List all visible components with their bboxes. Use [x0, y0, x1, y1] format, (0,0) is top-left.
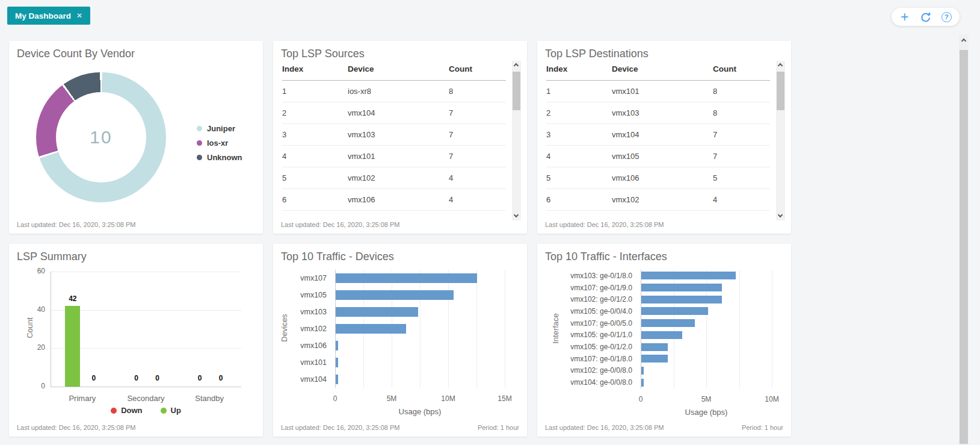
- gridline: [420, 270, 421, 388]
- y-tick-label: 60: [9, 267, 45, 275]
- help-button[interactable]: ?: [938, 9, 954, 25]
- column-header-count: Count: [713, 61, 770, 81]
- last-updated-text: Last updated: Dec 16, 2020, 3:25:08 PM: [17, 424, 136, 431]
- traffic-devices-bar-chart[interactable]: vmx107vmx105vmx103vmx102vmx106vmx101vmx1…: [273, 244, 527, 437]
- panel-top-lsp-destinations: Top LSP Destinations Index Device Count …: [537, 41, 791, 234]
- scroll-down-icon[interactable]: [514, 214, 519, 219]
- vendor-donut-chart[interactable]: 10: [36, 72, 166, 202]
- gridline: [772, 270, 772, 388]
- bar: [336, 273, 477, 283]
- scroll-up-icon[interactable]: [962, 38, 966, 42]
- x-axis-label: Usage (bps): [670, 408, 742, 417]
- y-category-label: vmx103: ge-0/1/8.0: [542, 272, 632, 280]
- y-axis-label: Devices: [280, 304, 289, 352]
- table-row: 6vmx1064: [282, 189, 506, 211]
- table-row: 5vmx1065: [546, 167, 770, 189]
- table-cell: vmx101: [612, 81, 713, 102]
- table-header-row: Index Device Count: [546, 61, 770, 81]
- table-row: 2vmx1047: [282, 102, 506, 124]
- table-scrollbar[interactable]: [512, 61, 521, 220]
- x-category-label: Primary: [52, 394, 112, 403]
- table-cell: ios-xr8: [348, 81, 449, 102]
- table-cell: vmx104: [612, 124, 713, 146]
- legend-label: Unknown: [207, 153, 242, 162]
- x-tick-label: 5M: [691, 395, 721, 403]
- bar: [641, 355, 668, 363]
- bar: [641, 367, 644, 375]
- table-cell: vmx102: [612, 189, 713, 211]
- help-icon: ?: [941, 12, 952, 22]
- gridline: [51, 272, 241, 272]
- scroll-up-icon[interactable]: [514, 63, 519, 67]
- y-category-label: vmx102: ge-0/0/8.0: [542, 366, 632, 375]
- x-tick-label: 5M: [377, 394, 407, 403]
- x-tick-label: 15M: [490, 394, 520, 403]
- x-tick-label: 10M: [757, 395, 787, 403]
- last-updated-text: Last updated: Dec 16, 2020, 3:25:08 PM: [17, 221, 136, 228]
- add-widget-button[interactable]: +: [897, 9, 913, 25]
- table-cell: 5: [546, 167, 612, 189]
- bar: [336, 290, 454, 300]
- table-row: 4vmx1017: [282, 146, 506, 167]
- x-tick-label: 0: [626, 395, 656, 403]
- bar-value-label: 42: [58, 294, 88, 303]
- table-cell: 3: [282, 124, 348, 146]
- page-scrollbar[interactable]: [959, 34, 969, 445]
- legend-item: Unknown: [197, 150, 242, 164]
- scrollbar-thumb[interactable]: [777, 72, 784, 110]
- scrollbar-thumb[interactable]: [513, 72, 520, 110]
- column-header-count: Count: [449, 61, 506, 81]
- table-cell: 8: [713, 81, 770, 102]
- legend-dot: [161, 408, 167, 414]
- vendor-legend: JuniperIos-xrUnknown: [197, 121, 242, 164]
- table-cell: 8: [449, 81, 506, 102]
- table-cell: 7: [449, 146, 506, 167]
- panel-top-lsp-sources: Top LSP Sources Index Device Count 1ios-…: [273, 41, 527, 234]
- scroll-down-icon[interactable]: [778, 214, 783, 219]
- panel-title: Top LSP Destinations: [545, 48, 649, 60]
- y-category-label: vmx105: [277, 291, 327, 299]
- table-cell: 6: [546, 189, 612, 211]
- last-updated-text: Last updated: Dec 16, 2020, 3:25:08 PM: [545, 424, 664, 431]
- refresh-icon: [920, 11, 931, 23]
- column-header-index: Index: [546, 61, 612, 81]
- table-row: 2vmx1038: [546, 102, 770, 124]
- table-cell: 4: [449, 189, 506, 211]
- lsp-sources-table: Index Device Count 1ios-xr882vmx10473vmx…: [282, 61, 506, 211]
- table-cell: 1: [546, 81, 612, 102]
- column-header-device: Device: [348, 61, 449, 81]
- y-axis-label: Count: [25, 303, 34, 352]
- scroll-up-icon[interactable]: [778, 63, 783, 67]
- toolbar: + ?: [892, 8, 960, 26]
- table-cell: 5: [282, 167, 348, 189]
- period-text: Period: 1 hour: [742, 424, 783, 431]
- traffic-interfaces-bar-chart[interactable]: vmx103: ge-0/1/8.0vmx107: ge-0/1/9.0vmx1…: [537, 244, 791, 437]
- table-cell: vmx102: [348, 167, 449, 189]
- bar: [641, 331, 682, 339]
- y-category-label: vmx107: [277, 274, 327, 282]
- refresh-button[interactable]: [918, 9, 934, 25]
- x-tick-label: 10M: [433, 394, 463, 403]
- gridline: [739, 270, 740, 388]
- table-cell: 6: [282, 189, 348, 211]
- table-cell: 4: [282, 146, 348, 167]
- tab-my-dashboard[interactable]: My Dashboard ✕: [7, 7, 90, 25]
- y-category-label: vmx102: ge-0/1/2.0: [542, 295, 632, 303]
- panel-top-traffic-interfaces: Top 10 Traffic - Interfaces vmx103: ge-0…: [537, 244, 791, 437]
- table-cell: 1: [282, 81, 348, 102]
- table-cell: 8: [713, 102, 770, 124]
- column-header-device: Device: [612, 61, 713, 81]
- panel-top-traffic-devices: Top 10 Traffic - Devices vmx107vmx105vmx…: [273, 244, 527, 437]
- tab-close-icon[interactable]: ✕: [76, 11, 82, 20]
- table-row: 3vmx1047: [546, 124, 770, 146]
- x-axis-label: Usage (bps): [384, 407, 456, 416]
- table-header-row: Index Device Count: [282, 61, 506, 81]
- table-scrollbar[interactable]: [776, 61, 785, 220]
- panel-lsp-summary: LSP Summary 0204060CountPrimary420Second…: [9, 244, 263, 437]
- bar: [336, 324, 406, 334]
- bar: [641, 319, 695, 327]
- period-text: Period: 1 hour: [478, 424, 519, 431]
- scrollbar-thumb[interactable]: [960, 50, 968, 444]
- bar: [641, 343, 668, 351]
- lsp-summary-bar-chart[interactable]: 0204060CountPrimary420Secondary00Standby…: [9, 244, 263, 437]
